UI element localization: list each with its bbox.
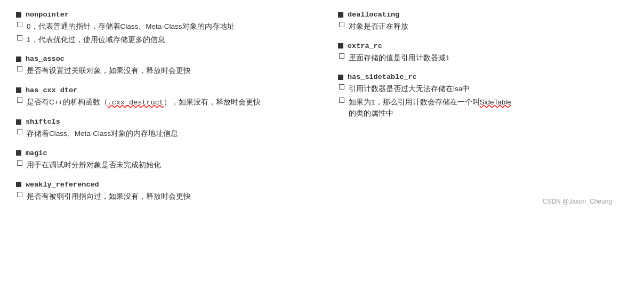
- bullet-square-icon: [16, 182, 21, 187]
- bullet-hollow-icon: [17, 129, 22, 134]
- item-text: 1，代表优化过，使用位域存储更多的信息: [27, 34, 165, 46]
- bullet-hollow-icon: [17, 35, 22, 41]
- title-deallocating: deallocating: [348, 11, 399, 19]
- watermark: CSDN @Jaxon_Cheung: [543, 198, 612, 205]
- item-text: 0，代表普通的指针，存储着Class、Meta-Class对象的内存地址: [27, 21, 235, 33]
- section-title-weakly-referenced: weakly_referenced: [16, 181, 306, 189]
- section-title-has-sidetable-rc: has_sidetable_rc: [338, 73, 628, 81]
- title-nonpointer: nonpointer: [26, 11, 69, 19]
- list-item: 对象是否正在释放: [338, 21, 628, 33]
- list-item: 如果为1，那么引用计数会存储在一个叫SideTable的类的属性中: [338, 96, 628, 119]
- list-item: 是否有设置过关联对象，如果没有，释放时会更快: [16, 65, 306, 77]
- list-item: 0，代表普通的指针，存储着Class、Meta-Class对象的内存地址: [16, 21, 306, 33]
- list-item: 1，代表优化过，使用位域存储更多的信息: [16, 34, 306, 46]
- bullet-square-icon: [338, 75, 343, 80]
- list-item: 是否有被弱引用指向过，如果没有，释放时会更快: [16, 191, 306, 203]
- bullet-hollow-icon: [339, 98, 344, 103]
- bullet-hollow-icon: [17, 160, 22, 166]
- bullet-square-icon: [338, 43, 343, 48]
- section-weakly-referenced: weakly_referenced 是否有被弱引用指向过，如果没有，释放时会更快: [16, 181, 306, 203]
- section-extra-rc: extra_rc 里面存储的值是引用计数器减1: [338, 42, 628, 64]
- inline-code-sidetable: SideTable: [480, 98, 511, 106]
- title-extra-rc: extra_rc: [348, 42, 382, 50]
- list-item: 是否有C++的析构函数（.cxx_destruct），如果没有，释放时会更快: [16, 96, 306, 109]
- bullet-hollow-icon: [339, 22, 344, 27]
- item-text: 用于在调试时分辨对象是否未完成初始化: [27, 159, 161, 171]
- section-shiftcls: shiftcls 存储着Class、Meta-Class对象的内存地址信息: [16, 118, 306, 140]
- bullet-hollow-icon: [17, 22, 22, 27]
- section-title-nonpointer: nonpointer: [16, 11, 306, 19]
- inline-code-cxx-destruct: .cxx_destruct: [108, 99, 164, 107]
- bullet-hollow-icon: [17, 98, 22, 103]
- item-text: 是否有设置过关联对象，如果没有，释放时会更快: [27, 65, 191, 77]
- title-shiftcls: shiftcls: [26, 118, 60, 126]
- left-column: nonpointer 0，代表普通的指针，存储着Class、Meta-Class…: [16, 11, 306, 212]
- title-weakly-referenced: weakly_referenced: [26, 181, 99, 189]
- title-has-cxx-dtor: has_cxx_dtor: [26, 86, 77, 94]
- bullet-square-icon: [16, 119, 21, 125]
- section-title-has-cxx-dtor: has_cxx_dtor: [16, 86, 306, 94]
- bullet-square-icon: [16, 56, 21, 62]
- section-has-assoc: has_assoc 是否有设置过关联对象，如果没有，释放时会更快: [16, 55, 306, 77]
- bullet-hollow-icon: [17, 192, 22, 197]
- section-has-cxx-dtor: has_cxx_dtor 是否有C++的析构函数（.cxx_destruct），…: [16, 86, 306, 109]
- section-magic: magic 用于在调试时分辨对象是否未完成初始化: [16, 149, 306, 171]
- bullet-hollow-icon: [339, 84, 344, 90]
- right-column: deallocating 对象是否正在释放 extra_rc 里面存储的值是引用…: [338, 11, 628, 212]
- bullet-square-icon: [16, 87, 21, 93]
- item-text: 是否有被弱引用指向过，如果没有，释放时会更快: [27, 191, 191, 203]
- bullet-square-icon: [16, 150, 21, 156]
- item-text: 对象是否正在释放: [349, 21, 408, 33]
- title-has-sidetable-rc: has_sidetable_rc: [348, 73, 417, 81]
- list-item: 里面存储的值是引用计数器减1: [338, 52, 628, 64]
- title-has-assoc: has_assoc: [26, 55, 65, 63]
- item-text: 如果为1，那么引用计数会存储在一个叫SideTable的类的属性中: [349, 96, 511, 119]
- bullet-hollow-icon: [17, 66, 22, 71]
- section-has-sidetable-rc: has_sidetable_rc 引用计数器是否过大无法存储在isa中 如果为1…: [338, 73, 628, 119]
- item-text: 存储着Class、Meta-Class对象的内存地址信息: [27, 128, 178, 140]
- list-item: 用于在调试时分辨对象是否未完成初始化: [16, 159, 306, 171]
- item-text: 引用计数器是否过大无法存储在isa中: [349, 83, 470, 95]
- bullet-square-icon: [338, 12, 343, 18]
- section-title-shiftcls: shiftcls: [16, 118, 306, 126]
- section-title-magic: magic: [16, 149, 306, 157]
- list-item: 引用计数器是否过大无法存储在isa中: [338, 83, 628, 95]
- item-text: 里面存储的值是引用计数器减1: [349, 52, 450, 64]
- section-nonpointer: nonpointer 0，代表普通的指针，存储着Class、Meta-Class…: [16, 11, 306, 45]
- section-title-has-assoc: has_assoc: [16, 55, 306, 63]
- bullet-square-icon: [16, 12, 21, 18]
- main-layout: nonpointer 0，代表普通的指针，存储着Class、Meta-Class…: [16, 11, 628, 212]
- section-title-extra-rc: extra_rc: [338, 42, 628, 50]
- title-magic: magic: [26, 149, 47, 157]
- bullet-hollow-icon: [339, 53, 344, 59]
- list-item: 存储着Class、Meta-Class对象的内存地址信息: [16, 128, 306, 140]
- section-title-deallocating: deallocating: [338, 11, 628, 19]
- item-text: 是否有C++的析构函数（.cxx_destruct），如果没有，释放时会更快: [27, 96, 261, 109]
- section-deallocating: deallocating 对象是否正在释放: [338, 11, 628, 33]
